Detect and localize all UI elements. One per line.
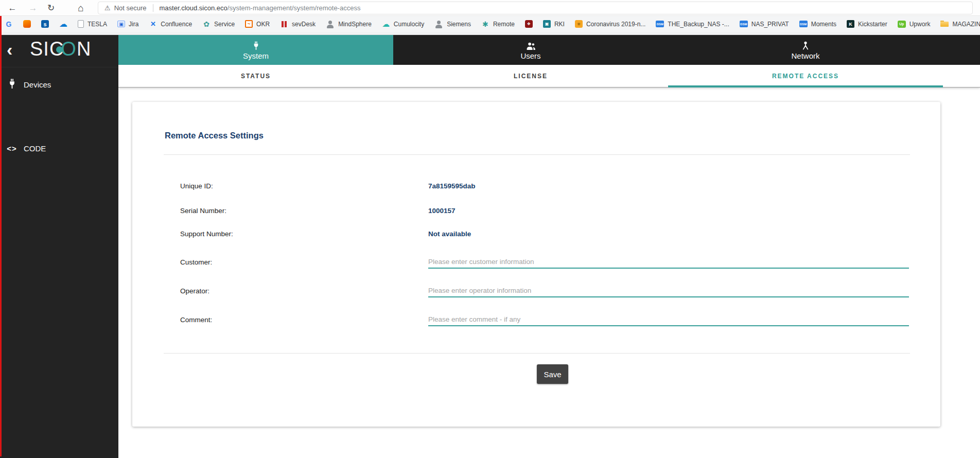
bookmark-item[interactable]: ✕Confluence [149, 20, 192, 28]
bookmark-label: MAGAZINE [952, 21, 980, 28]
screen: ← → ↻ ⌂ ⚠ Not secure master.cloud.sicon.… [0, 0, 980, 458]
comment-input[interactable] [428, 313, 909, 326]
remote-icon: ✱ [481, 20, 489, 28]
field-value-support-number: Not available [428, 229, 471, 239]
field-label-unique-id: Unique ID: [180, 181, 213, 191]
person-icon [326, 20, 335, 28]
bookmark-label: NAS_PRIVAT [751, 21, 789, 28]
url-domain: master.cloud.sicon.eco [160, 4, 227, 12]
bookmark-item[interactable]: UpUpwork [898, 21, 931, 28]
url-bar[interactable]: ⚠ Not secure master.cloud.sicon.eco/syst… [98, 2, 973, 14]
folder-icon [940, 20, 949, 28]
not-secure-warning-icon[interactable]: ⚠ [104, 4, 111, 12]
sidebar-item-label: Devices [24, 80, 51, 89]
bookmark-item[interactable]: KKickstarter [847, 20, 887, 28]
tab-users[interactable]: Users [393, 35, 668, 65]
sidebar-collapse-chevron-icon[interactable]: ‹ [7, 39, 12, 60]
field-value-serial-number: 1000157 [428, 206, 456, 216]
bookmark-label: Jira [129, 21, 138, 28]
bookmark-label: Service [214, 21, 235, 28]
divider [164, 154, 910, 155]
bookmark-item[interactable] [23, 20, 31, 28]
service-icon: ✿ [202, 20, 211, 28]
dsm-icon: DSM [799, 21, 808, 27]
home-icon[interactable]: ⌂ [74, 2, 87, 15]
bookmark-label: OKR [256, 21, 270, 28]
bookmark-item[interactable]: ✿Service [202, 20, 235, 28]
save-button[interactable]: Save [537, 364, 568, 384]
field-label-operator: Operator: [180, 286, 209, 296]
okr-icon: ~ [245, 20, 253, 28]
app-sidebar: ‹ SICON Devices <> CODE [0, 35, 118, 458]
main-content: Remote Access Settings Unique ID: 7a8159… [118, 87, 980, 458]
field-label-customer: Customer: [180, 257, 212, 268]
bookmark-item[interactable]: ✳Coronavirus 2019-n... [575, 20, 645, 28]
back-icon[interactable]: ← [6, 2, 19, 15]
bookmark-item[interactable]: sevDesk [280, 20, 316, 28]
bookmark-item[interactable]: ▣Jira [117, 21, 138, 28]
bookmark-item[interactable]: DSMMoments [799, 21, 836, 28]
bookmark-label: Upwork [909, 21, 931, 28]
operator-input[interactable] [428, 284, 909, 297]
bookmark-item[interactable]: s [41, 20, 49, 28]
plug-icon [0, 79, 24, 91]
bookmark-label: Kickstarter [858, 21, 887, 28]
bookmarks-bar: Gs☁TESLA▣Jira✕Confluence✿Service~OKRsevD… [0, 16, 980, 32]
sidebar-item-code[interactable]: <> CODE [0, 137, 118, 160]
subtab-remote-access[interactable]: REMOTE ACCESS [668, 65, 943, 87]
browser-toolbar: ← → ↻ ⌂ ⚠ Not secure master.cloud.sicon.… [0, 0, 980, 16]
bookmark-label: Siemens [447, 21, 471, 28]
bookmark-item[interactable]: G [5, 20, 13, 28]
reload-icon[interactable]: ↻ [44, 2, 58, 15]
bookmark-item[interactable]: DSMNAS_PRIVAT [740, 21, 789, 28]
customer-input[interactable] [428, 255, 909, 269]
orange-app-icon [23, 20, 31, 28]
bookmark-item[interactable]: ~OKR [245, 20, 270, 28]
bookmark-label: Coronavirus 2019-n... [586, 21, 645, 28]
active-tab-underline [668, 85, 943, 87]
bookmark-item[interactable]: DSMTHE_Backup_NAS -... [656, 21, 729, 28]
bookmark-label: Moments [811, 21, 836, 28]
bookmark-label: TESLA [87, 21, 107, 28]
field-label-support-number: Support Number: [180, 229, 233, 239]
bookmark-label: THE_Backup_NAS -... [668, 21, 729, 28]
bookmark-item[interactable]: MAGAZINE [940, 20, 980, 28]
field-label-serial-number: Serial Number: [180, 206, 226, 216]
page-icon [78, 20, 84, 28]
subtab-status[interactable]: STATUS [118, 65, 393, 87]
sicon-logo: SICON [30, 38, 91, 60]
tab-network[interactable]: Network [668, 35, 943, 65]
tab-system[interactable]: System [118, 35, 393, 65]
users-icon [526, 40, 536, 50]
dsm-icon: DSM [740, 21, 748, 27]
url-path: /system-management/system/remote-access [227, 4, 361, 12]
bookmark-label: Cumulocity [394, 21, 424, 28]
page-title: Remote Access Settings [165, 131, 264, 140]
bookmark-item[interactable]: Siemens [434, 20, 471, 28]
screen-share-border [0, 16, 2, 456]
bookmark-item[interactable]: ▣RKI [543, 20, 565, 28]
bookmark-label: RKI [554, 21, 565, 28]
kickstarter-icon: K [847, 20, 854, 28]
security-label[interactable]: Not secure [114, 4, 153, 12]
bookmark-item[interactable]: ☁ [59, 20, 67, 28]
bookmark-item[interactable]: MindSphere [326, 20, 372, 28]
bookmark-item[interactable]: ❖ [525, 20, 533, 28]
bookmark-item[interactable]: TESLA [78, 20, 107, 28]
cumulocity-icon: ☁ [382, 20, 390, 28]
forward-icon[interactable]: → [26, 2, 40, 15]
bookmark-label: MindSphere [338, 21, 372, 28]
bookmark-item[interactable]: ☁Cumulocity [382, 20, 424, 28]
top-navigation: System Users Network [118, 35, 980, 65]
sub-navigation: STATUS LICENSE REMOTE ACCESS [118, 65, 980, 87]
divider [164, 353, 910, 354]
dsm-icon: DSM [656, 21, 664, 27]
subtab-license[interactable]: LICENSE [393, 65, 668, 87]
blue-s-icon: s [41, 20, 49, 28]
bookmark-label: Remote [493, 21, 515, 28]
person-icon [434, 20, 443, 28]
tab-label: Network [791, 51, 819, 60]
bookmark-item[interactable]: ✱Remote [481, 20, 515, 28]
sidebar-item-devices[interactable]: Devices [0, 73, 118, 96]
corona-icon: ✳ [575, 20, 583, 28]
